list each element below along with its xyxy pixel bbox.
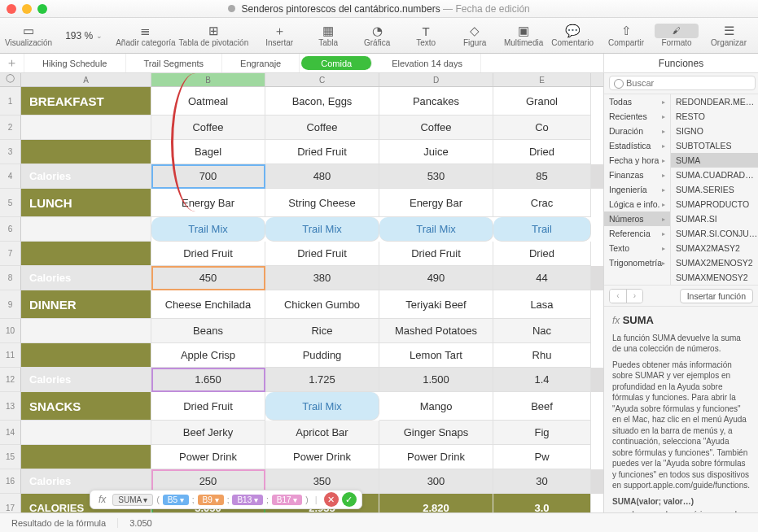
fn-list-item[interactable]: SUMA (671, 153, 758, 168)
cell[interactable]: Mango (379, 392, 493, 421)
insert-function-button[interactable]: Insertar función (680, 289, 753, 303)
select-all-icon[interactable]: ◯ (0, 73, 21, 86)
fn-category-item[interactable]: Estadística▸ (604, 138, 670, 153)
cell[interactable]: 85 (493, 164, 591, 189)
cell[interactable]: 44 (493, 266, 591, 290)
cell[interactable]: Energy Bar (379, 189, 493, 217)
table-row[interactable]: 3BagelDried FruitJuiceDried (0, 140, 603, 164)
cell[interactable]: Coffee (265, 116, 379, 140)
table-row[interactable]: 13SNACKSDried FruitTrail MixMangoBeef (0, 392, 603, 421)
row-header[interactable]: 13 (0, 392, 21, 421)
fn-category-item[interactable]: Lógica e info.▸ (604, 197, 670, 211)
cell[interactable]: Trail Mix (265, 217, 379, 242)
cell[interactable] (21, 217, 151, 242)
cell[interactable]: SNACKS (21, 392, 151, 421)
table-row[interactable]: 15Power DrinkPower DrinkPower DrinkPw (0, 445, 603, 469)
table-row[interactable]: 1BREAKFASTOatmealBacon, EggsPancakesGran… (0, 87, 603, 116)
cell[interactable]: 2.820 (379, 494, 493, 512)
cell[interactable]: 30 (493, 469, 591, 494)
cell[interactable]: Juice (379, 140, 493, 164)
cell[interactable]: Cheese Enchilada (151, 290, 265, 319)
row-header[interactable]: 9 (0, 290, 21, 319)
fn-list-item[interactable]: SUMAXMENOSY2 (671, 270, 758, 285)
table-row[interactable]: 12Calories1.6501.7251.5001.4 (0, 368, 603, 392)
col-header-c[interactable]: C (265, 73, 379, 86)
cell[interactable]: 480 (265, 164, 379, 189)
media-button[interactable]: ▣Multimedia (501, 20, 546, 52)
table-row[interactable]: 5LUNCHEnergy BarString CheeseEnergy BarC… (0, 189, 603, 217)
col-header-b[interactable]: B (151, 73, 265, 86)
cell[interactable]: Trail Mix (151, 217, 265, 242)
pivot-table-button[interactable]: ⊞Tabla de pivotación (179, 20, 249, 52)
cell[interactable]: Calories (21, 368, 151, 392)
cell[interactable]: Nac (493, 319, 591, 343)
cell[interactable]: Bacon, Eggs (265, 87, 379, 116)
chart-button[interactable]: ◔Gráfica (354, 20, 400, 52)
cell[interactable] (21, 140, 151, 164)
table-row[interactable]: 4Calories70048053085 (0, 164, 603, 189)
cell[interactable] (21, 421, 151, 445)
row-header[interactable]: 10 (0, 319, 21, 343)
cell[interactable]: Dried (493, 140, 591, 164)
sheet-tab-hiking[interactable]: Hiking Schedule (24, 54, 126, 72)
spreadsheet[interactable]: ◯ A B C D E 1BREAKFASTOatmealBacon, Eggs… (0, 73, 603, 512)
cell[interactable]: Pw (493, 445, 591, 469)
cell[interactable] (21, 116, 151, 140)
text-button[interactable]: TTexto (403, 20, 449, 52)
fn-category-item[interactable]: Ingeniería▸ (604, 182, 670, 197)
cell[interactable]: Power Drink (265, 445, 379, 469)
cell[interactable] (21, 343, 151, 368)
cell[interactable]: 1.725 (265, 368, 379, 392)
cell[interactable]: Trail Mix (379, 217, 493, 242)
cell[interactable]: Fig (493, 421, 591, 445)
fn-category-item[interactable]: Referencia▸ (604, 226, 670, 241)
fn-list-item[interactable]: SUMA.CUADRAD… (671, 168, 758, 182)
formula-accept-button[interactable]: ✓ (342, 492, 357, 507)
row-header[interactable]: 8 (0, 266, 21, 290)
row-header[interactable]: 12 (0, 368, 21, 392)
fn-list-item[interactable]: SUMAX2MASY2 (671, 241, 758, 255)
sheet-tab-gear[interactable]: Engranaje (222, 54, 300, 72)
cell[interactable]: DINNER (21, 290, 151, 319)
cell[interactable]: 490 (379, 266, 493, 290)
row-header[interactable]: 17 (0, 494, 21, 512)
fn-list-item[interactable]: REDONDEAR.ME… (671, 94, 758, 109)
insert-button[interactable]: ＋Insertar (256, 20, 302, 52)
cell[interactable]: Power Drink (379, 445, 493, 469)
row-header[interactable]: 4 (0, 164, 21, 189)
cell[interactable]: Bagel (151, 140, 265, 164)
cell[interactable]: Coffee (379, 116, 493, 140)
formula-ref-1[interactable]: B5 ▾ (163, 495, 189, 505)
fn-category-item[interactable]: Números▸ (604, 211, 670, 226)
table-row[interactable]: 7Dried FruitDried FruitDried FruitDried (0, 242, 603, 266)
cell[interactable]: Rice (265, 319, 379, 343)
add-category-button[interactable]: ≣Añadir categoría (116, 20, 175, 52)
format-button[interactable]: 🖌Formato (652, 20, 701, 52)
sheet-tab-food[interactable]: Comida (301, 56, 372, 70)
cell[interactable]: Pancakes (379, 87, 493, 116)
table-row[interactable]: 8Calories45038049044 (0, 266, 603, 290)
formula-ref-2[interactable]: B9 ▾ (198, 495, 224, 505)
cell[interactable]: Granol (493, 87, 591, 116)
row-header[interactable]: 16 (0, 469, 21, 494)
table-row[interactable]: 6Trail MixTrail MixTrail MixTrail (0, 217, 603, 242)
formula-ref-3[interactable]: B13 ▾ (232, 495, 263, 505)
cell[interactable]: Dried Fruit (151, 242, 265, 266)
cell[interactable]: Dried Fruit (151, 392, 265, 421)
cell[interactable]: Beans (151, 319, 265, 343)
organize-button[interactable]: ☰Organizar (704, 20, 753, 52)
cell[interactable]: Pudding (265, 343, 379, 368)
cell[interactable]: Ginger Snaps (379, 421, 493, 445)
table-row[interactable]: 14Beef JerkyApricot BarGinger SnapsFig (0, 421, 603, 445)
cell[interactable]: 1.650 (151, 368, 265, 392)
col-header-e[interactable]: E (493, 73, 591, 86)
table-row[interactable]: 9DINNERCheese EnchiladaChicken GumboTeri… (0, 290, 603, 319)
cell[interactable]: Calories (21, 266, 151, 290)
cell[interactable]: Beef (493, 392, 591, 421)
cell[interactable]: Apple Crisp (151, 343, 265, 368)
cell[interactable]: Crac (493, 189, 591, 217)
fn-list-item[interactable]: SUMAR.SI (671, 211, 758, 226)
sheet-tab-elevation[interactable]: Elevation 14 days (374, 54, 481, 72)
table-row[interactable]: 11Apple CrispPuddingLemon TartRhu (0, 343, 603, 368)
cell[interactable]: LUNCH (21, 189, 151, 217)
